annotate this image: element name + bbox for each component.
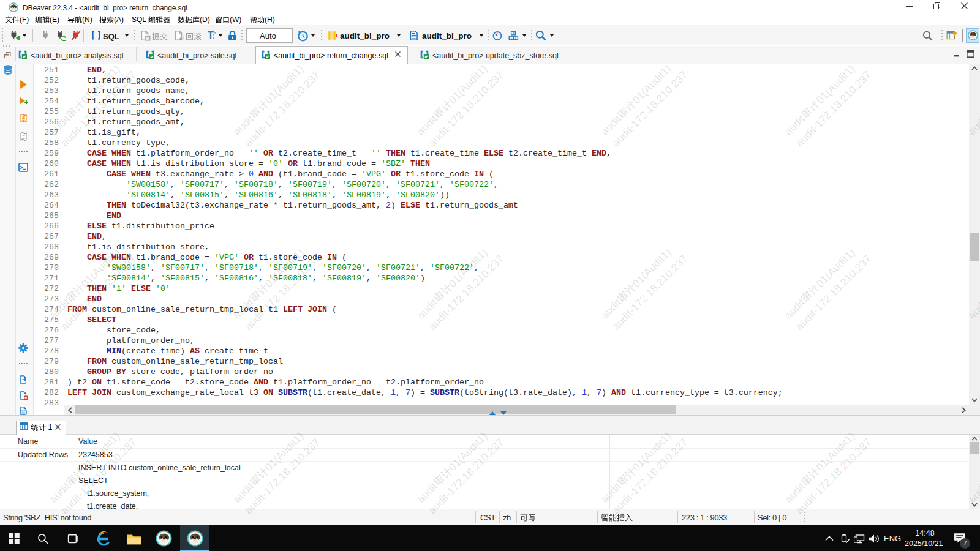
svg-text:(x): (x) (21, 411, 27, 415)
